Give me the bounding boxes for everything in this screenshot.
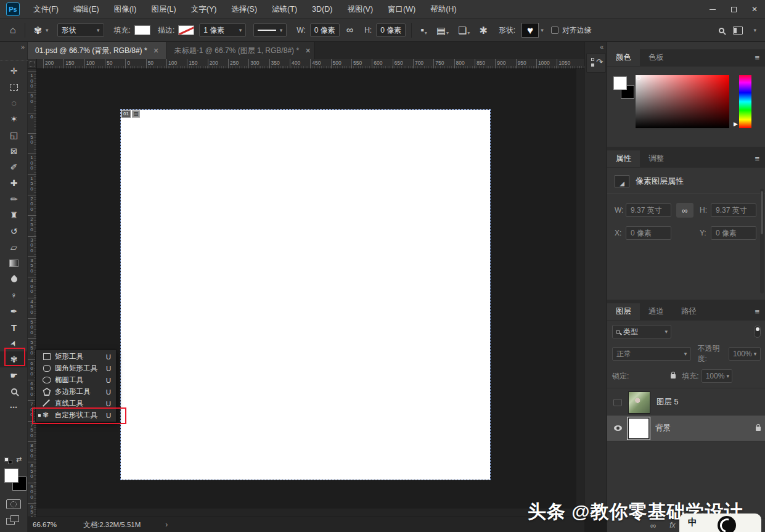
crop-tool[interactable]: ◱ xyxy=(0,127,28,143)
stroke-width-select[interactable]: 1 像素 ▾ xyxy=(199,23,246,37)
flyout-item-polygon-tool[interactable]: 多边形工具 U xyxy=(36,386,116,398)
fill-select[interactable]: 100% ▾ xyxy=(702,369,732,383)
brush-tool[interactable]: ✏ xyxy=(0,191,28,207)
horizontal-ruler[interactable]: 2001501005005010015020025030035040045050… xyxy=(37,59,584,69)
custom-shape-preview[interactable]: ♥ xyxy=(522,23,539,38)
menu-item[interactable]: 选择(S) xyxy=(224,0,264,19)
zoom-tool[interactable] xyxy=(0,383,28,399)
vertical-scrollbar[interactable] xyxy=(576,69,584,509)
search-icon[interactable] xyxy=(719,28,724,33)
screen-mode-button[interactable] xyxy=(6,515,21,526)
y-field[interactable]: 0 像素 xyxy=(711,226,756,240)
photoshop-logo-icon[interactable]: Ps xyxy=(6,2,20,16)
panel-menu-icon[interactable]: ≡ xyxy=(748,49,765,66)
menu-item[interactable]: 图像(I) xyxy=(107,0,144,19)
height-field[interactable]: 9.37 英寸 xyxy=(711,203,756,217)
gradient-tool[interactable] xyxy=(0,255,28,271)
link-dimensions-button[interactable]: ∞ xyxy=(676,203,693,218)
tab-paths[interactable]: 路径 xyxy=(673,303,705,320)
dropdown-icon[interactable]: ▾ xyxy=(753,27,756,33)
expand-toolbar-icon[interactable]: » xyxy=(21,43,23,51)
flyout-item-rectangle-tool[interactable]: 矩形工具 U xyxy=(36,351,116,362)
tool-mode-select[interactable]: 形状 ▾ xyxy=(57,23,104,37)
fill-color-swatch[interactable] xyxy=(134,25,150,35)
menu-item[interactable]: 图层(L) xyxy=(144,0,183,19)
align-edges-checkbox[interactable] xyxy=(551,27,558,34)
panel-scrollbar[interactable] xyxy=(760,189,764,293)
document-tab[interactable]: 未标题-1 @ 66.7% (图层 1, RGB/8#) * ✕ xyxy=(167,42,315,59)
workspace-switcher-icon[interactable] xyxy=(733,27,743,35)
panel-menu-icon[interactable]: ≡ xyxy=(748,303,765,320)
visibility-toggle[interactable] xyxy=(607,425,628,431)
menu-item[interactable]: 滤镜(T) xyxy=(264,0,305,19)
tab-swatches[interactable]: 色板 xyxy=(640,49,673,66)
path-operations-button[interactable]: ▪▾ xyxy=(415,25,432,36)
move-tool[interactable]: ✛ xyxy=(0,63,28,79)
eyedropper-tool[interactable]: ✐ xyxy=(0,159,28,175)
foreground-color-swatch[interactable] xyxy=(613,76,627,90)
opacity-select[interactable]: 100% ▾ xyxy=(729,347,761,361)
shape-width-field[interactable]: 0 像素 xyxy=(310,23,340,37)
type-tool[interactable]: T xyxy=(0,319,28,335)
path-alignment-button[interactable]: ▤▾ xyxy=(432,25,453,36)
menu-item[interactable]: 视图(V) xyxy=(340,0,380,19)
collapse-panels-icon[interactable]: « xyxy=(600,43,602,51)
default-colors-icon[interactable] xyxy=(4,457,12,464)
history-brush-tool[interactable]: ↺ xyxy=(0,223,28,239)
hand-tool[interactable]: ☛ xyxy=(0,367,28,383)
path-arrangement-button[interactable]: ❏▾ xyxy=(453,25,474,36)
close-button[interactable]: ✕ xyxy=(744,0,765,19)
tab-channels[interactable]: 通道 xyxy=(640,303,673,320)
stroke-style-select[interactable]: ▾ xyxy=(253,23,287,37)
vertical-ruler[interactable]: 1005005010015020025030035040045050055060… xyxy=(28,69,37,517)
layer-thumbnail[interactable] xyxy=(628,391,650,414)
close-icon[interactable]: ✕ xyxy=(305,47,311,55)
clone-stamp-tool[interactable]: ♜ xyxy=(0,207,28,223)
tab-layers[interactable]: 图层 xyxy=(607,303,640,320)
menu-item[interactable]: 帮助(H) xyxy=(423,0,464,19)
collapsed-panel-button[interactable]: ↷ xyxy=(586,53,606,73)
horizontal-scrollbar[interactable] xyxy=(37,509,576,517)
dodge-tool[interactable]: ♀ xyxy=(0,287,28,303)
saturation-brightness-field[interactable] xyxy=(636,75,729,128)
foreground-color-swatch[interactable] xyxy=(4,469,18,483)
lasso-tool[interactable]: ◌ xyxy=(0,95,28,111)
shape-settings-gear-button[interactable]: ✱ xyxy=(474,25,492,36)
flyout-item-rounded-rectangle-tool[interactable]: 圆角矩形工具 U xyxy=(36,362,116,374)
dropdown-icon[interactable]: ▾ xyxy=(541,27,544,33)
more-tools[interactable]: ••• xyxy=(0,399,28,415)
filter-toggle[interactable] xyxy=(754,325,761,338)
menu-item[interactable]: 3D(D) xyxy=(305,0,340,19)
frame-tool[interactable]: ⊠ xyxy=(0,143,28,159)
spot-healing-brush-tool[interactable]: ✚ xyxy=(0,175,28,191)
menu-item[interactable]: 文件(F) xyxy=(26,0,66,19)
magic-wand-tool[interactable]: ✶ xyxy=(0,111,28,127)
color-picker-ring-icon[interactable] xyxy=(636,76,640,80)
layer-thumbnail[interactable] xyxy=(628,418,649,439)
tab-properties[interactable]: 属性 xyxy=(607,150,640,167)
menu-item[interactable]: 编辑(E) xyxy=(66,0,107,19)
swap-colors-icon[interactable]: ⇄ xyxy=(16,456,22,464)
ruler-origin-corner[interactable] xyxy=(28,59,37,69)
quick-mask-button[interactable] xyxy=(6,499,21,509)
hue-slider-marker-icon[interactable]: ▶ xyxy=(734,121,738,127)
status-options-chevron-icon[interactable]: › xyxy=(165,520,168,529)
minimize-button[interactable] xyxy=(702,0,723,19)
close-icon[interactable]: ✕ xyxy=(153,47,159,55)
blur-tool[interactable] xyxy=(0,271,28,287)
visibility-toggle[interactable] xyxy=(607,399,628,406)
stroke-color-swatch[interactable] xyxy=(178,25,194,35)
maximize-button[interactable] xyxy=(723,0,744,19)
layer-row[interactable]: 背景 xyxy=(607,415,765,441)
hue-slider[interactable] xyxy=(739,75,751,128)
eraser-tool[interactable]: ▱ xyxy=(0,239,28,255)
layer-row[interactable]: 图层 5 xyxy=(607,390,765,415)
link-wh-icon[interactable]: ∞ xyxy=(342,25,358,36)
lock-all-icon[interactable] xyxy=(671,374,676,379)
zoom-level-field[interactable]: 66.67% xyxy=(33,521,76,528)
menu-item[interactable]: 窗口(W) xyxy=(380,0,423,19)
canvas-pasteboard[interactable]: 01 ▨ xyxy=(37,69,576,509)
home-button[interactable]: ⌂ xyxy=(5,25,21,36)
blend-mode-select[interactable]: 正常 ▾ xyxy=(612,347,691,361)
layer-filter-select[interactable]: 类型 ▾ xyxy=(612,325,671,338)
